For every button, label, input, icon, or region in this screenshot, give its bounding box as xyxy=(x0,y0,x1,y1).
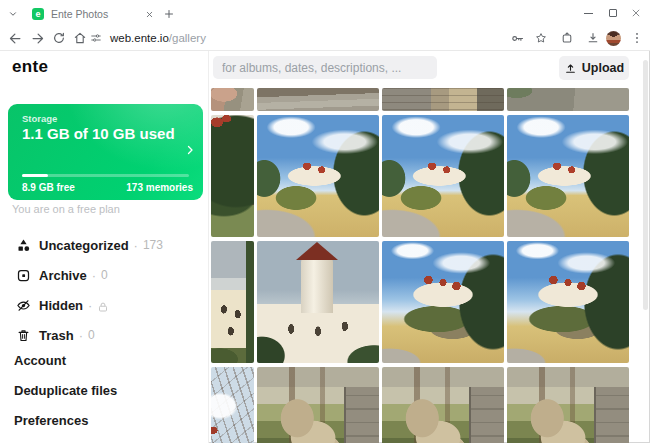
ente-favicon: e xyxy=(32,8,44,20)
photo-stone-lion[interactable] xyxy=(507,367,629,443)
sidebar-item-trash[interactable]: Trash · 0 xyxy=(0,322,209,348)
tune-icon[interactable] xyxy=(90,32,102,44)
sidebar-item-uncategorized[interactable]: Uncategorized · 173 xyxy=(0,232,209,258)
browser-tab[interactable]: e Ente Photos xyxy=(22,0,160,28)
downloads-icon[interactable] xyxy=(586,31,600,45)
storage-card[interactable]: Storage 1.1 GB of 10 GB used 8.9 GB free… xyxy=(8,104,203,200)
storage-progress-fill xyxy=(22,174,48,177)
archive-icon xyxy=(16,268,31,283)
scrollbar[interactable] xyxy=(643,60,648,310)
nav-count: 0 xyxy=(88,328,95,342)
photo-gravel-path[interactable] xyxy=(507,88,629,111)
nav-count: 0 xyxy=(101,268,108,282)
memories-count: 173 memories xyxy=(126,182,193,193)
tab-strip: e Ente Photos xyxy=(0,0,650,28)
browser-menu-icon[interactable] xyxy=(630,31,644,45)
separator-dot: · xyxy=(92,268,96,283)
reload-icon[interactable] xyxy=(52,31,66,45)
window-close-button[interactable] xyxy=(629,6,643,20)
search-input[interactable] xyxy=(213,56,437,79)
category-icon xyxy=(16,238,31,253)
photo-stone-lion[interactable] xyxy=(257,367,379,443)
forward-icon[interactable] xyxy=(30,31,45,46)
photo-castle-hill[interactable] xyxy=(507,241,629,363)
photo-castle-wall-partial[interactable] xyxy=(211,241,254,363)
ente-logo: ente xyxy=(12,57,48,77)
nav-count: 173 xyxy=(143,238,163,252)
new-tab-icon[interactable] xyxy=(163,8,175,20)
separator-dot: · xyxy=(134,238,138,253)
nav-label: Trash xyxy=(39,328,74,343)
bookmark-star-icon[interactable] xyxy=(534,31,548,45)
nav-label: Archive xyxy=(39,268,87,283)
sidebar-item-hidden[interactable]: Hidden · xyxy=(0,292,209,318)
storage-progress-track xyxy=(22,174,189,177)
photo-castle-path[interactable] xyxy=(382,115,504,237)
photo-castle-path[interactable] xyxy=(257,115,379,237)
address-bar[interactable]: web.ente.io/gallery xyxy=(110,32,206,44)
window-maximize-button[interactable] xyxy=(606,6,620,20)
separator-dot: · xyxy=(79,328,83,343)
tab-title: Ente Photos xyxy=(51,8,145,20)
profile-avatar[interactable] xyxy=(606,31,621,46)
url-host: web.ente.io xyxy=(110,32,169,44)
storage-usage: 1.1 GB of 10 GB used xyxy=(22,125,175,142)
nav-label: Uncategorized xyxy=(39,238,129,253)
extensions-icon[interactable] xyxy=(560,31,574,45)
upload-icon xyxy=(564,62,577,75)
window-minimize-button[interactable] xyxy=(581,6,595,20)
tab-close-icon[interactable] xyxy=(145,10,154,19)
plan-note: You are on a free plan xyxy=(12,203,120,215)
nav-label: Hidden xyxy=(39,298,83,313)
sidebar: ente Storage 1.1 GB of 10 GB used 8.9 GB… xyxy=(0,51,209,443)
key-icon[interactable] xyxy=(510,31,525,46)
photo-castle-tower[interactable] xyxy=(257,241,379,363)
photo-tree-castle-partial[interactable] xyxy=(211,115,254,237)
sidebar-item-preferences[interactable]: Preferences xyxy=(14,413,88,428)
photo-gravel-edge[interactable] xyxy=(211,88,254,111)
sidebar-item-archive[interactable]: Archive · 0 xyxy=(0,262,209,288)
photo-stone-steps[interactable] xyxy=(382,88,504,111)
photo-spring-trees-partial[interactable] xyxy=(211,367,254,443)
lock-icon xyxy=(97,299,109,311)
hidden-eye-off-icon xyxy=(16,298,31,313)
storage-free: 8.9 GB free xyxy=(22,182,75,193)
sidebar-item-account[interactable]: Account xyxy=(14,353,66,368)
photo-castle-hill[interactable] xyxy=(382,241,504,363)
home-icon[interactable] xyxy=(73,31,87,45)
chevron-down-icon[interactable] xyxy=(8,9,18,19)
trash-icon xyxy=(16,328,31,343)
chevron-right-icon xyxy=(184,142,196,162)
photo-stone-lion[interactable] xyxy=(382,367,504,443)
upload-button[interactable]: Upload xyxy=(559,56,629,80)
photo-castle-path[interactable] xyxy=(507,115,629,237)
upload-label: Upload xyxy=(582,61,624,75)
photo-gravel-road[interactable] xyxy=(257,88,379,111)
separator-dot: · xyxy=(88,298,92,313)
url-path: /gallery xyxy=(169,32,206,44)
storage-label: Storage xyxy=(22,113,57,124)
sidebar-item-deduplicate[interactable]: Deduplicate files xyxy=(14,383,117,398)
back-icon[interactable] xyxy=(8,31,23,46)
browser-toolbar: web.ente.io/gallery xyxy=(0,28,650,51)
browser-window: e Ente Photos we xyxy=(0,0,650,443)
